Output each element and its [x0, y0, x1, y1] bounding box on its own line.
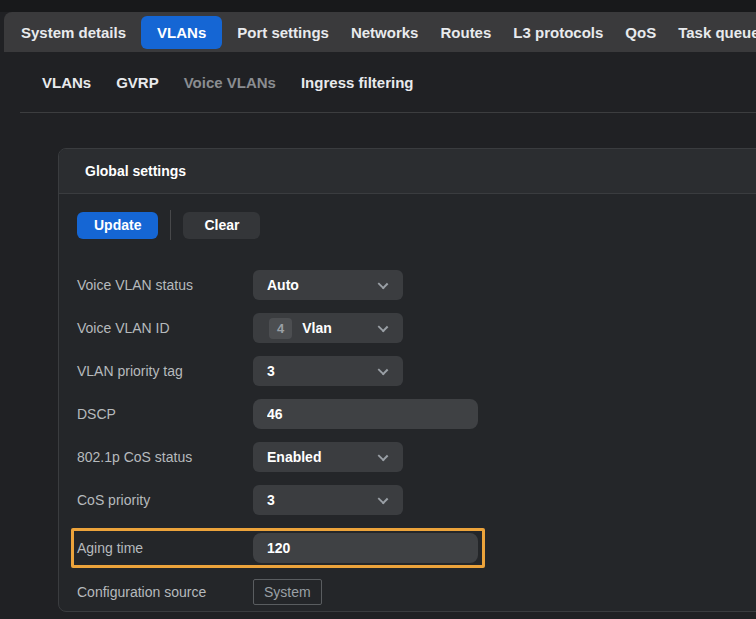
sub-nav: VLANsGVRPVoice VLANsIngress filtering — [0, 52, 756, 112]
field-label-configuration-source: Configuration source — [77, 584, 253, 600]
static-configuration-source: System — [253, 579, 322, 605]
chevron-down-icon — [378, 279, 389, 290]
form-row-dscp: DSCP — [77, 399, 756, 429]
vlan-id-badge: 4 — [269, 318, 292, 339]
button-separator — [170, 210, 171, 240]
select-voice-vlan-id[interactable]: 4Vlan — [253, 313, 403, 343]
sub-nav-item-gvrp[interactable]: GVRP — [116, 74, 159, 91]
panel-body: Update Clear Voice VLAN statusAutoVoice … — [59, 194, 756, 607]
field-label-802-1p-cos-status: 802.1p CoS status — [77, 449, 253, 465]
chevron-down-icon — [378, 365, 389, 376]
top-nav-item-qos[interactable]: QoS — [614, 16, 667, 49]
top-nav-item-task-queue[interactable]: Task queue — [667, 16, 756, 49]
select-cos-priority[interactable]: 3 — [253, 485, 403, 515]
global-settings-panel: Global settings Update Clear Voice VLAN … — [58, 148, 756, 612]
form-row-cos-priority: CoS priority3 — [77, 485, 756, 515]
subnav-divider — [20, 112, 756, 113]
sub-nav-item-voice-vlans[interactable]: Voice VLANs — [184, 74, 276, 91]
top-nav-item-system-details[interactable]: System details — [10, 16, 137, 49]
chevron-down-icon — [378, 322, 389, 333]
sub-nav-item-vlans[interactable]: VLANs — [42, 74, 91, 91]
select-value: Vlan — [302, 320, 332, 336]
select-vlan-priority-tag[interactable]: 3 — [253, 356, 403, 386]
settings-form: Voice VLAN statusAutoVoice VLAN ID4VlanV… — [77, 270, 756, 607]
input-aging-time[interactable] — [253, 533, 478, 563]
top-strip — [0, 0, 756, 12]
top-nav-item-vlans[interactable]: VLANs — [141, 16, 222, 49]
field-label-dscp: DSCP — [77, 406, 253, 422]
form-row-voice-vlan-id: Voice VLAN ID4Vlan — [77, 313, 756, 343]
top-nav: System detailsVLANsPort settingsNetworks… — [4, 12, 756, 52]
chevron-down-icon — [378, 451, 389, 462]
top-nav-item-networks[interactable]: Networks — [340, 16, 430, 49]
update-button[interactable]: Update — [77, 212, 158, 239]
form-row-vlan-priority-tag: VLAN priority tag3 — [77, 356, 756, 386]
clear-button[interactable]: Clear — [183, 212, 260, 239]
sub-nav-item-ingress-filtering[interactable]: Ingress filtering — [301, 74, 414, 91]
panel-title: Global settings — [85, 163, 186, 179]
field-label-aging-time: Aging time — [77, 540, 253, 556]
form-row-aging-time: Aging time — [71, 528, 485, 568]
select-value: 3 — [267, 492, 275, 508]
field-label-vlan-priority-tag: VLAN priority tag — [77, 363, 253, 379]
select-value: Auto — [267, 277, 299, 293]
field-label-voice-vlan-id: Voice VLAN ID — [77, 320, 253, 336]
field-label-voice-vlan-status: Voice VLAN status — [77, 277, 253, 293]
form-row-configuration-source: Configuration sourceSystem — [77, 577, 756, 607]
top-nav-item-port-settings[interactable]: Port settings — [226, 16, 340, 49]
select-value: Enabled — [267, 449, 321, 465]
field-label-cos-priority: CoS priority — [77, 492, 253, 508]
form-row-802-1p-cos-status: 802.1p CoS statusEnabled — [77, 442, 756, 472]
select-value: 3 — [267, 363, 275, 379]
input-dscp[interactable] — [253, 399, 478, 429]
top-nav-item-l3-protocols[interactable]: L3 protocols — [502, 16, 614, 49]
button-row: Update Clear — [77, 210, 756, 240]
select-802-1p-cos-status[interactable]: Enabled — [253, 442, 403, 472]
select-voice-vlan-status[interactable]: Auto — [253, 270, 403, 300]
chevron-down-icon — [378, 494, 389, 505]
top-nav-item-routes[interactable]: Routes — [429, 16, 502, 49]
form-row-voice-vlan-status: Voice VLAN statusAuto — [77, 270, 756, 300]
panel-header: Global settings — [59, 149, 756, 194]
